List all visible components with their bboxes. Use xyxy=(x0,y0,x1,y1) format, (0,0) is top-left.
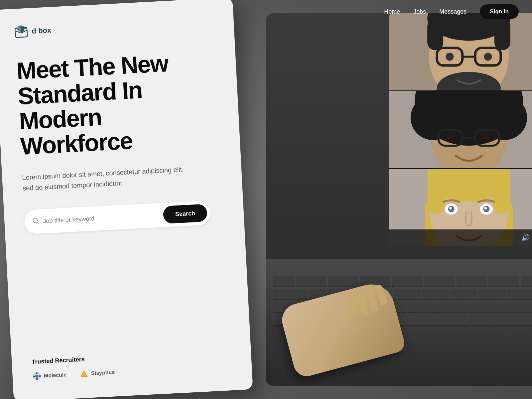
search-bar: Search xyxy=(24,200,211,234)
nav-link-messages[interactable]: Messages xyxy=(439,8,466,15)
search-button[interactable]: Search xyxy=(163,204,208,224)
nav-link-jobs[interactable]: Jobs xyxy=(413,8,426,15)
brand-sisyphus: Sisyphus xyxy=(79,368,115,378)
svg-point-13 xyxy=(484,53,492,61)
video-call-grid xyxy=(389,13,532,246)
logo-area: d box xyxy=(14,15,214,39)
svg-point-19 xyxy=(411,95,455,140)
nav-link-home[interactable]: Home xyxy=(384,8,400,15)
search-input[interactable] xyxy=(43,211,164,225)
laptop-screen: 🔊 🎤 xyxy=(389,13,532,246)
svg-point-20 xyxy=(482,95,527,140)
trusted-section: Trusted Recruiters Molecule xyxy=(32,348,232,381)
svg-point-25 xyxy=(447,134,454,141)
logo-text: d box xyxy=(32,26,52,36)
search-icon xyxy=(32,217,39,226)
svg-line-44 xyxy=(37,222,39,224)
navbar: Home Jobs Messages Sign In xyxy=(226,0,532,23)
hero-subtitle: Lorem ipsum dolor sit amet, consectetur … xyxy=(22,164,189,194)
main-card-wrapper: d box Meet The New Standard In Modern Wo… xyxy=(0,0,253,399)
svg-point-26 xyxy=(484,134,490,141)
hero-heading: Meet The New Standard In Modern Workforc… xyxy=(16,48,220,159)
dbox-logo-icon xyxy=(14,25,28,39)
video-participant-1 xyxy=(389,13,532,90)
svg-rect-35 xyxy=(493,174,510,214)
svg-point-12 xyxy=(446,53,454,61)
signin-button[interactable]: Sign In xyxy=(480,4,519,19)
svg-point-38 xyxy=(449,207,452,209)
svg-rect-34 xyxy=(427,174,445,214)
main-card: d box Meet The New Standard In Modern Wo… xyxy=(0,0,253,399)
trusted-logos: Molecule Sisyphus xyxy=(32,362,232,381)
speaker-icon: 🔊 xyxy=(521,234,530,242)
svg-point-41 xyxy=(484,207,487,209)
brand-molecule: Molecule xyxy=(32,370,67,381)
video-controls: 🔊 🎤 xyxy=(389,229,532,246)
trusted-label: Trusted Recruiters xyxy=(32,348,231,365)
video-participant-2 xyxy=(389,91,532,168)
laptop-photo-area: 🔊 🎤 xyxy=(266,13,532,386)
keyboard-area xyxy=(266,259,532,386)
